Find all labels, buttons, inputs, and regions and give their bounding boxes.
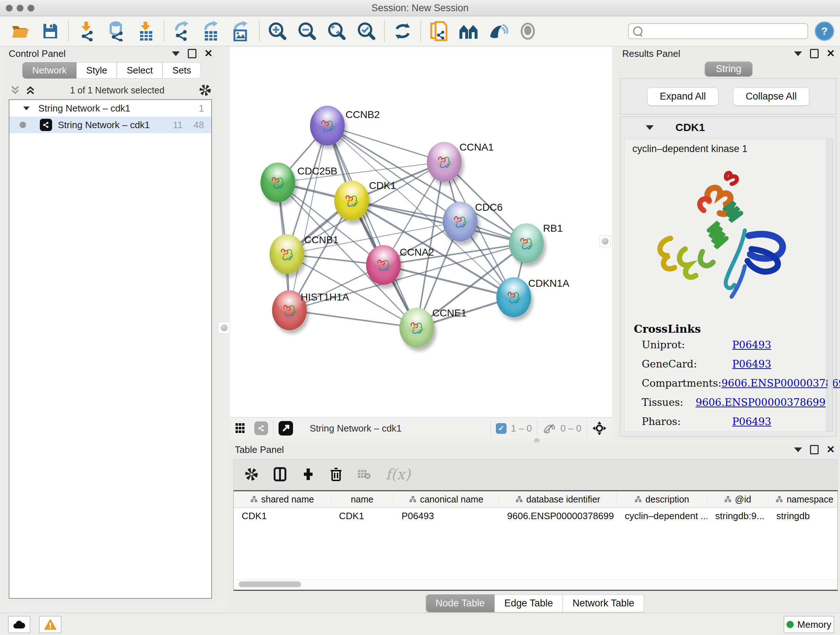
collection-label: String Network – cdk1	[38, 103, 130, 114]
birdseye-grid-icon[interactable]	[235, 423, 248, 433]
close-panel-icon[interactable]: ✕	[827, 446, 835, 453]
right-splitter-handle[interactable]	[599, 235, 611, 247]
expand-all-icon[interactable]	[25, 85, 35, 95]
node-label: RB1	[543, 223, 562, 234]
zoom-selected-button[interactable]	[352, 19, 381, 43]
node-label: CCNA2	[400, 247, 434, 258]
save-session-button[interactable]	[35, 19, 65, 43]
toolbar-divider	[586, 420, 587, 436]
network-node-CDKN1A[interactable]	[496, 277, 531, 317]
network-node-CCNB1[interactable]	[270, 234, 304, 274]
copy-pages-icon	[430, 21, 448, 42]
gear-icon[interactable]	[245, 467, 258, 481]
import-network-from-database-button[interactable]	[101, 19, 131, 43]
column-header[interactable]: canonical name	[393, 491, 499, 507]
network-node-CCNB2[interactable]	[310, 106, 345, 146]
column-type-icon	[409, 496, 416, 503]
open-session-button[interactable]	[6, 19, 35, 43]
crosslink-pharos-link[interactable]: P06493	[732, 416, 771, 428]
maximize-window-button[interactable]	[27, 5, 34, 11]
selected-checkbox-icon[interactable]: ✓	[496, 423, 507, 434]
tab-string[interactable]: String	[705, 62, 752, 76]
tab-style[interactable]: Style	[76, 62, 117, 79]
crosslink-compartments-link[interactable]: 9606.ENSP00000378699	[722, 377, 840, 389]
warning-status-button[interactable]	[39, 616, 62, 633]
network-node-CCNE1[interactable]	[399, 308, 434, 348]
zoom-out-button[interactable]	[292, 19, 322, 43]
crosslink-uniprot-link[interactable]: P06493	[732, 339, 771, 351]
tab-network[interactable]: Network	[22, 62, 76, 79]
network-view-canvas[interactable]: CCNB2 CCNA1 CDC25B CDK1 CDC6 RB1 CCNB1 C…	[230, 47, 612, 417]
tab-network-table[interactable]: Network Table	[563, 594, 644, 612]
expand-all-button[interactable]: Expand All	[647, 87, 719, 106]
export-network-button[interactable]	[167, 19, 197, 43]
collapse-panel-icon[interactable]	[172, 51, 180, 56]
tree-expander-icon[interactable]	[23, 106, 30, 110]
export-image-button[interactable]	[226, 19, 256, 43]
column-header[interactable]: name	[331, 491, 393, 507]
zoom-in-button[interactable]	[263, 19, 292, 43]
collapse-all-icon[interactable]	[10, 85, 20, 95]
zoom-fit-button[interactable]	[322, 19, 352, 43]
first-neighbors-button[interactable]	[454, 19, 483, 43]
show-columns-icon[interactable]	[273, 467, 286, 481]
open-folder-icon	[11, 22, 30, 40]
copy-annotation-button[interactable]	[424, 19, 454, 43]
gear-icon[interactable]	[199, 84, 211, 96]
close-panel-icon[interactable]: ✕	[827, 50, 835, 57]
network-node-CDK1[interactable]	[334, 181, 369, 220]
string-badge-icon[interactable]	[254, 421, 268, 435]
search-field[interactable]	[628, 23, 808, 39]
close-window-button[interactable]	[6, 5, 13, 11]
network-node-CCNA2[interactable]	[366, 245, 401, 285]
locate-crosshair-icon[interactable]	[592, 421, 607, 436]
column-header[interactable]: description	[617, 491, 707, 507]
results-scrollbar[interactable]	[827, 139, 833, 432]
network-node-CDC6[interactable]	[443, 202, 477, 241]
show-all-button[interactable]	[513, 19, 543, 43]
float-panel-icon[interactable]	[810, 445, 819, 454]
network-node-RB1[interactable]	[509, 223, 544, 263]
network-node-CDC25B[interactable]	[261, 163, 295, 203]
close-panel-icon[interactable]: ✕	[204, 50, 213, 57]
float-panel-icon[interactable]	[188, 49, 196, 58]
node-label: HIST1H1A	[301, 291, 349, 303]
memory-button[interactable]: Memory	[783, 616, 834, 633]
import-table-from-file-button[interactable]	[131, 19, 161, 43]
network-row-selected[interactable]: String Network – cdk1 11 48	[9, 117, 211, 133]
tab-select[interactable]: Select	[117, 62, 163, 79]
column-header[interactable]: namespace	[768, 491, 838, 507]
crosslink-tissues-link[interactable]: 9606.ENSP00000378699	[696, 396, 826, 409]
import-network-from-file-button[interactable]	[72, 19, 101, 43]
help-button[interactable]: ?	[815, 21, 834, 41]
scrollbar-thumb[interactable]	[239, 581, 301, 587]
network-node-CCNA1[interactable]	[427, 142, 462, 182]
collapse-gene-icon[interactable]	[646, 125, 654, 130]
column-header[interactable]: @id	[707, 491, 768, 507]
network-collection-row[interactable]: String Network – cdk1 1	[9, 100, 211, 117]
export-table-button[interactable]	[197, 19, 226, 43]
tab-node-table[interactable]: Node Table	[426, 594, 494, 612]
search-input[interactable]	[643, 26, 796, 36]
collapse-panel-icon[interactable]	[794, 51, 802, 56]
left-splitter-handle[interactable]	[218, 322, 230, 333]
float-panel-icon[interactable]	[810, 49, 819, 58]
collapse-all-button[interactable]: Collapse All	[733, 87, 809, 106]
open-in-browser-icon[interactable]	[279, 421, 293, 435]
collapse-panel-icon[interactable]	[794, 448, 802, 452]
hide-selected-button[interactable]	[483, 19, 513, 43]
cloud-status-button[interactable]	[8, 616, 30, 633]
tab-sets[interactable]: Sets	[163, 62, 201, 79]
crosslink-genecard-link[interactable]: P06493	[732, 358, 771, 370]
gene-header[interactable]: CDK1	[621, 117, 836, 138]
delete-column-icon[interactable]	[330, 467, 342, 481]
column-header[interactable]: database identifier	[499, 491, 617, 507]
table-row[interactable]: CDK1 CDK1 P06493 9606.ENSP00000378699 cy…	[234, 508, 837, 524]
apply-preferred-layout-button[interactable]	[388, 19, 417, 43]
column-header[interactable]: shared name	[234, 491, 331, 507]
node-table[interactable]: shared name name canonical name database…	[233, 490, 838, 591]
add-column-icon[interactable]	[302, 468, 315, 481]
table-horizontal-scrollbar[interactable]	[234, 579, 837, 589]
minimize-window-button[interactable]	[17, 5, 24, 11]
tab-edge-table[interactable]: Edge Table	[494, 594, 563, 612]
